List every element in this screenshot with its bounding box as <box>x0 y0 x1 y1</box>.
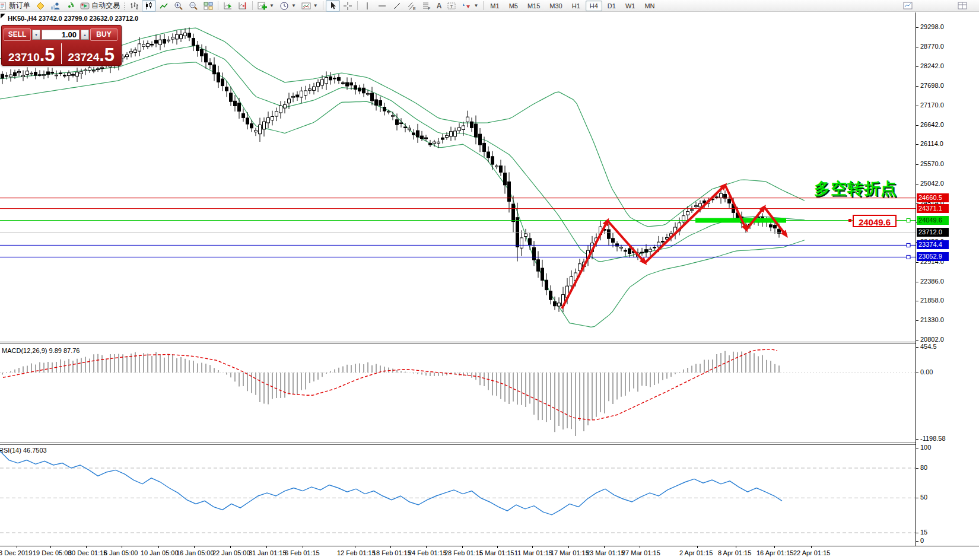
auto-scroll-button[interactable] <box>221 0 235 12</box>
timeframe-m1[interactable]: M1 <box>486 1 503 11</box>
axis-tick-mark <box>916 301 918 301</box>
line-handle[interactable] <box>907 243 910 247</box>
time-tick-mark <box>390 546 391 548</box>
time-tick-label: 27 Mar 01:15 <box>622 549 660 556</box>
indicators-icon <box>258 1 267 11</box>
price-axis[interactable]: 29298.028770.028242.027698.027170.026642… <box>916 12 979 546</box>
tile-windows-button[interactable] <box>201 0 215 12</box>
time-tick-mark <box>17 546 17 548</box>
data-window-icon <box>958 1 967 11</box>
channel-button[interactable]: E <box>405 0 419 12</box>
time-tick-mark <box>266 546 267 548</box>
new-order-button[interactable]: 新订单 <box>0 0 33 12</box>
chart-shift-icon <box>238 1 247 11</box>
price-tick-label: 28242.0 <box>920 62 944 69</box>
crosshair-button[interactable] <box>341 0 355 12</box>
line-handle[interactable] <box>907 255 910 259</box>
chart-plot-area[interactable] <box>0 12 916 546</box>
price-callout-box[interactable]: 24049.6 <box>853 215 897 227</box>
price-badge: 23712.0 <box>917 228 949 237</box>
data-window-button[interactable] <box>958 1 967 12</box>
indicators-button[interactable]: ▼ <box>255 0 276 12</box>
axis-tick-mark <box>916 320 918 321</box>
timeframe-h1[interactable]: H1 <box>568 1 584 11</box>
pane-separator[interactable] <box>0 342 916 344</box>
arrows-button[interactable]: ▼ <box>459 0 481 12</box>
signal-icon <box>65 1 75 11</box>
zoom-out-button[interactable] <box>186 0 201 12</box>
volume-input[interactable] <box>42 30 80 40</box>
signal-button[interactable] <box>63 0 77 12</box>
time-tick-mark <box>194 546 195 548</box>
main-chart[interactable] <box>0 12 916 342</box>
axis-tick-mark <box>916 144 918 145</box>
clock-icon <box>279 1 289 11</box>
horizontal-line-button[interactable] <box>375 0 389 12</box>
time-tick-label: 6 Jan 05:00 <box>104 549 138 556</box>
toolbar: 新订单 自动交易 ▼ ▼ ▼ E F A T ▼ M <box>0 0 979 12</box>
timeframe-m5[interactable]: M5 <box>505 1 522 11</box>
time-tick-label: 19 Dec 05:00 <box>33 549 71 556</box>
periods-button[interactable]: ▼ <box>277 0 298 12</box>
time-tick-label: 16 Jan 05:00 <box>176 549 214 556</box>
time-tick-mark <box>497 546 498 548</box>
price-badge: 23052.9 <box>917 252 949 261</box>
timeframe-w1[interactable]: W1 <box>621 1 640 11</box>
time-tick-mark <box>50 546 51 548</box>
vertical-line-icon <box>363 1 372 11</box>
line-chart-button[interactable] <box>157 0 171 12</box>
templates-button[interactable]: ▼ <box>299 0 320 12</box>
macd-pane[interactable] <box>0 344 916 443</box>
bar-chart-button[interactable] <box>127 0 141 12</box>
buy-button[interactable]: BUY <box>90 28 117 41</box>
pane-separator[interactable] <box>0 443 916 445</box>
chart-shift-button[interactable] <box>236 0 250 12</box>
price-badge: 24049.6 <box>917 216 949 225</box>
text-button[interactable]: A <box>434 0 444 12</box>
timeframe-m15[interactable]: M15 <box>523 1 544 11</box>
time-tick-label: 31 Jan 01:15 <box>249 549 287 556</box>
trendline-button[interactable] <box>390 0 404 12</box>
axis-tick-mark <box>916 262 918 263</box>
timeframe-m30[interactable]: M30 <box>545 1 566 11</box>
rsi-axis-label: 100 <box>920 444 931 451</box>
sell-price-button[interactable]: 23710.5 <box>2 46 62 64</box>
time-tick-label: 17 Mar 01:15 <box>551 549 589 556</box>
axis-tick-mark <box>916 468 918 469</box>
zoom-in-button[interactable] <box>171 0 186 12</box>
template-icon <box>301 1 311 11</box>
cursor-icon <box>328 1 338 11</box>
trend-arrows[interactable] <box>562 183 788 308</box>
price-badge: 24371.1 <box>917 204 949 213</box>
fibonacci-button[interactable]: F <box>419 0 434 12</box>
time-tick-mark <box>604 546 605 548</box>
price-tick-label: 25042.0 <box>920 180 944 187</box>
cursor-button[interactable] <box>326 0 340 12</box>
time-tick-mark <box>697 546 698 548</box>
volume-decrease-button[interactable]: ▼ <box>32 30 40 40</box>
terminal-button[interactable] <box>48 0 62 12</box>
line-handle[interactable] <box>907 219 910 222</box>
sell-button[interactable]: SELL <box>4 28 31 41</box>
rsi-pane[interactable] <box>0 445 916 546</box>
volume-increase-button[interactable]: ▲ <box>81 30 89 40</box>
text-label-button[interactable]: T <box>444 0 459 12</box>
bull-bear-turning-point-annotation[interactable]: 多空转折点 <box>814 178 897 199</box>
time-tick-mark <box>736 546 736 548</box>
macd-histogram <box>2 351 779 436</box>
dropdown-arrow-icon: ▼ <box>473 3 478 8</box>
axis-tick-mark <box>916 86 918 87</box>
candlestick-chart-button[interactable] <box>142 0 156 12</box>
callout-handle[interactable] <box>848 219 851 222</box>
autotrading-button[interactable]: 自动交易 <box>78 0 122 12</box>
vertical-line-button[interactable] <box>360 0 374 12</box>
mt4-chart-window: 新订单 自动交易 ▼ ▼ ▼ E F A T ▼ M <box>0 0 979 560</box>
timeframe-d1[interactable]: D1 <box>603 1 620 11</box>
timeframe-h4[interactable]: H4 <box>586 1 602 11</box>
buy-price-button[interactable]: 23724.5 <box>62 46 122 64</box>
svg-text:T: T <box>450 4 453 9</box>
timeframe-mn[interactable]: MN <box>640 1 659 11</box>
price-badge: 23374.4 <box>917 240 949 249</box>
market-watch-button[interactable] <box>33 0 47 12</box>
depth-of-market-button[interactable] <box>903 1 913 12</box>
